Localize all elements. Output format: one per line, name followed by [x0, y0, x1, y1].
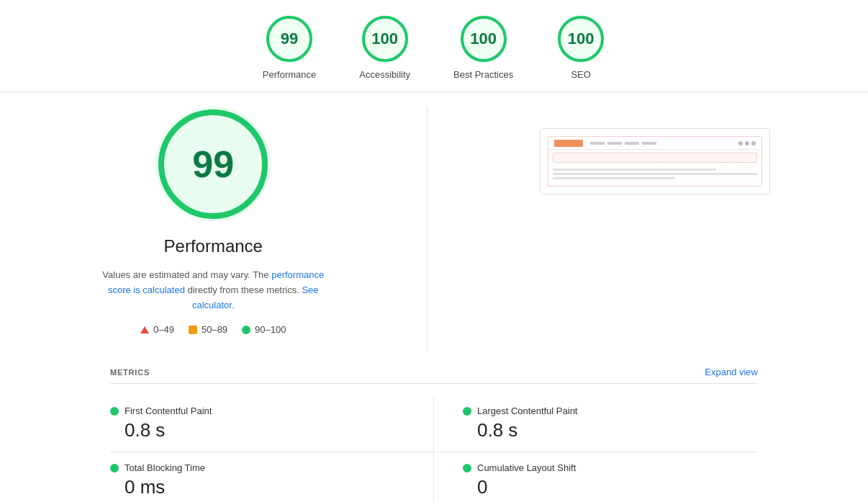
score-label-best-practices: Best Practices	[453, 69, 513, 80]
nav-link-1	[590, 142, 605, 145]
right-panel	[428, 107, 840, 352]
description-text-middle: directly from these metrics.	[185, 284, 302, 295]
screenshot-line-2	[553, 173, 757, 175]
screenshot-nav-links	[590, 142, 656, 145]
triangle-icon	[140, 326, 149, 333]
screenshot-line-1	[553, 169, 716, 171]
screenshot-content-lines	[548, 166, 761, 184]
main-score-value: 99	[192, 143, 234, 186]
metric-cls-name: Cumulative Layout Shift	[477, 462, 576, 473]
score-label-performance: Performance	[263, 69, 316, 80]
description-text-before: Values are estimated and may vary. The	[102, 269, 271, 280]
metrics-divider	[110, 383, 758, 384]
metric-lcp-name: Largest Contentful Paint	[477, 405, 577, 416]
metric-cls: Cumulative Layout Shift 0	[434, 452, 758, 502]
screenshot-icon-1	[738, 141, 743, 145]
legend-mid-range: 50–89	[202, 324, 227, 335]
page-screenshot	[540, 128, 770, 194]
score-value-best-practices: 100	[470, 30, 497, 48]
score-label-accessibility: Accessibility	[359, 69, 410, 80]
performance-description: Values are estimated and may vary. The p…	[91, 268, 335, 313]
metric-lcp: Largest Contentful Paint 0.8 s	[434, 395, 758, 452]
score-legend: 0–49 50–89 90–100	[140, 324, 286, 335]
score-value-accessibility: 100	[371, 30, 398, 48]
metric-tbt-dot	[110, 464, 119, 472]
metric-lcp-name-row: Largest Contentful Paint	[463, 405, 758, 416]
metrics-section: METRICS Expand view First Contentful Pai…	[81, 367, 787, 502]
metric-fcp-value: 0.8 s	[110, 419, 404, 442]
score-circle-best-practices: 100	[459, 14, 508, 63]
metric-lcp-value: 0.8 s	[463, 419, 758, 442]
screenshot-nav	[548, 137, 761, 150]
screenshot-placeholder	[548, 136, 762, 187]
screenshot-icon-2	[745, 141, 749, 145]
screenshot-banner	[553, 153, 757, 163]
left-panel: 99 Performance Values are estimated and …	[29, 107, 428, 352]
nav-link-3	[625, 142, 639, 145]
metric-tbt: Total Blocking Time 0 ms	[110, 452, 434, 502]
metrics-header: METRICS Expand view	[110, 367, 758, 377]
legend-mid: 50–89	[189, 324, 227, 335]
score-circle-seo: 100	[556, 14, 605, 63]
metric-cls-dot	[463, 464, 471, 472]
metrics-title: METRICS	[110, 368, 150, 377]
nav-link-2	[607, 142, 622, 145]
legend-high-range: 90–100	[255, 324, 286, 335]
metric-lcp-dot	[463, 407, 471, 416]
score-circle-accessibility: 100	[361, 14, 410, 63]
score-accessibility[interactable]: 100 Accessibility	[359, 14, 410, 80]
screenshot-icons	[738, 141, 756, 145]
metric-tbt-value: 0 ms	[110, 476, 404, 498]
score-label-seo: SEO	[571, 69, 590, 80]
score-value-performance: 99	[281, 30, 298, 48]
metric-tbt-name-row: Total Blocking Time	[110, 462, 404, 473]
score-value-seo: 100	[568, 30, 595, 48]
main-score-title: Performance	[164, 236, 263, 256]
metric-cls-value: 0	[463, 476, 758, 498]
metric-cls-name-row: Cumulative Layout Shift	[463, 462, 758, 473]
metrics-grid: First Contentful Paint 0.8 s Largest Con…	[110, 395, 758, 502]
metric-fcp-name: First Contentful Paint	[125, 405, 212, 416]
legend-low-range: 0–49	[153, 324, 174, 335]
main-content: 99 Performance Values are estimated and …	[0, 92, 868, 367]
metric-fcp-dot	[110, 407, 119, 416]
screenshot-logo	[554, 140, 583, 147]
scores-bar: 99 Performance 100 Accessibility 100 Bes…	[0, 0, 868, 92]
score-performance[interactable]: 99 Performance	[263, 14, 316, 80]
metric-tbt-name: Total Blocking Time	[125, 462, 205, 473]
main-score-circle: 99	[155, 107, 271, 222]
screenshot-icon-3	[751, 141, 756, 145]
legend-high: 90–100	[242, 324, 286, 335]
circle-icon	[242, 326, 250, 334]
legend-low: 0–49	[140, 324, 174, 335]
square-icon	[189, 326, 197, 334]
score-best-practices[interactable]: 100 Best Practices	[453, 14, 513, 80]
score-circle-performance: 99	[265, 14, 314, 63]
metric-fcp: First Contentful Paint 0.8 s	[110, 395, 434, 452]
metric-fcp-name-row: First Contentful Paint	[110, 405, 404, 416]
nav-link-4	[642, 142, 656, 145]
expand-view-button[interactable]: Expand view	[705, 367, 758, 377]
score-seo[interactable]: 100 SEO	[556, 14, 605, 80]
screenshot-inner	[541, 129, 769, 194]
screenshot-line-3	[553, 177, 675, 179]
